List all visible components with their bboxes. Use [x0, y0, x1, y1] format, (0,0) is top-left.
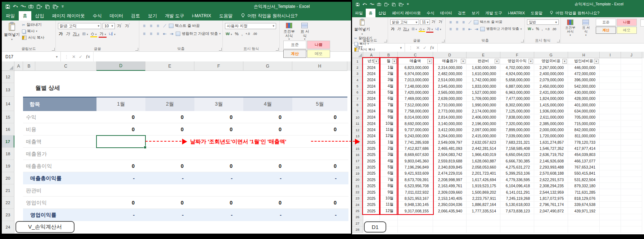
row-header-15[interactable]: 15: [2, 111, 14, 123]
cell-E23[interactable]: 2,223,757,911: [467, 196, 500, 202]
tell-me-box[interactable]: 어떤 작업을 원하시나요?: [545, 9, 604, 17]
name-box-dropdown-icon[interactable]: ▾: [400, 46, 402, 50]
row-header-13[interactable]: 13: [2, 83, 14, 97]
ribbon-tab-formulas[interactable]: 수식: [89, 11, 105, 20]
row-header-21[interactable]: 21: [352, 183, 363, 189]
cell-H26[interactable]: [568, 214, 600, 220]
cell-J11[interactable]: [621, 121, 642, 127]
cell-J10[interactable]: [621, 114, 642, 120]
duplicate-icon[interactable]: ▾: [398, 3, 404, 6]
cell-H19[interactable]: 0: [292, 160, 347, 172]
row-header-6[interactable]: 6: [352, 89, 363, 96]
cell-G24[interactable]: 2,796,761,174: [534, 202, 568, 208]
dialog-launcher-icon[interactable]: [52, 48, 55, 51]
cell-H23[interactable]: 818,129,076: [568, 196, 600, 202]
cell-E14[interactable]: 2,632,057,623: [467, 139, 500, 146]
cell-E23[interactable]: -: [145, 209, 194, 221]
ribbon-tab-formulas[interactable]: 수식: [424, 9, 437, 17]
cancel-entry-icon[interactable]: ✕: [416, 45, 420, 50]
column-header-C[interactable]: C: [35, 61, 96, 71]
redo-icon[interactable]: ↷▾: [370, 3, 374, 6]
row-header-19[interactable]: 19: [2, 160, 14, 172]
cell-F28[interactable]: [500, 226, 534, 233]
cell-G21[interactable]: 2,308,294,235: [534, 183, 568, 189]
row-header-5[interactable]: 5: [352, 83, 363, 89]
cell-E6[interactable]: 1,527,000,000: [467, 89, 500, 96]
column-header-D[interactable]: D: [96, 61, 145, 71]
cell-I14[interactable]: [600, 139, 621, 146]
cell-G20[interactable]: 2,622,291,573: [534, 177, 568, 183]
align-bottom-icon[interactable]: ≡: [155, 23, 161, 28]
table-header-month-3[interactable]: 3월: [194, 97, 243, 111]
cell-J24[interactable]: [621, 202, 642, 208]
number-format-select[interactable]: 일반▾: [527, 19, 559, 25]
align-left-icon[interactable]: ≡: [448, 27, 453, 32]
cell-J22[interactable]: [621, 189, 642, 195]
cell-J28[interactable]: [621, 226, 642, 233]
ribbon-tab-developer[interactable]: 개발 도구: [482, 9, 505, 17]
cell-G14[interactable]: 1,631,274,857: [534, 139, 568, 146]
ribbon-tab-help[interactable]: 도움말: [528, 9, 545, 17]
table-header-item[interactable]: 항목: [23, 97, 96, 111]
filter-header-4[interactable]: 판관비▼: [467, 58, 500, 64]
cell-G21[interactable]: [243, 184, 292, 197]
row-header-20[interactable]: 20: [352, 177, 363, 183]
cell-E4[interactable]: 1,742,000,000: [467, 77, 500, 83]
cell-J13[interactable]: [621, 133, 642, 139]
row-label-23[interactable]: 영업이익률: [23, 209, 96, 221]
row-header-1[interactable]: 1: [352, 58, 363, 64]
cell-E26[interactable]: [467, 214, 500, 220]
align-left-icon[interactable]: ≡: [141, 31, 147, 36]
column-header-A[interactable]: A: [14, 61, 23, 71]
cell-H8[interactable]: 401,000,000: [568, 102, 600, 108]
cell-F16[interactable]: 6,650,054,023: [500, 152, 534, 158]
column-header-G[interactable]: G: [534, 52, 568, 58]
enter-entry-icon[interactable]: ✓: [423, 45, 427, 50]
row-header-13[interactable]: 13: [352, 133, 363, 139]
cell-G23[interactable]: 1,817,072,975: [534, 196, 568, 202]
cell-E8[interactable]: 1,990,000,000: [467, 102, 500, 108]
cell-style-1[interactable]: 나쁨: [307, 41, 330, 49]
row-header-26[interactable]: 26: [352, 214, 363, 220]
row-header-25[interactable]: 25: [352, 208, 363, 214]
cell-G15[interactable]: 1,546,727,352: [534, 146, 568, 152]
cell-C26[interactable]: [398, 214, 433, 220]
row-header-23[interactable]: 23: [352, 196, 363, 202]
cancel-entry-icon[interactable]: ✕: [72, 54, 76, 59]
ribbon-tab-file[interactable]: 파일: [352, 9, 366, 17]
cell-D8[interactable]: 2,710,000,000: [433, 102, 467, 108]
cell-D12[interactable]: 3,412,000,000: [433, 127, 467, 133]
cell-F22[interactable]: 0: [194, 197, 243, 209]
cell-I18[interactable]: [600, 164, 621, 170]
cell-G6[interactable]: 2,431,000,000: [534, 89, 568, 96]
cell-D5[interactable]: 2,545,000,000: [433, 83, 467, 89]
cell-E16[interactable]: 1,966,430,019: [467, 152, 500, 158]
ribbon-tab-data[interactable]: 데이터: [437, 9, 455, 17]
row-header-10[interactable]: 10: [352, 114, 363, 120]
cell-J12[interactable]: [621, 127, 642, 133]
cell-F6[interactable]: 6,963,000,000: [500, 89, 534, 96]
dialog-launcher-icon[interactable]: [557, 40, 560, 42]
dialog-launcher-icon[interactable]: [442, 40, 445, 42]
cell-F23[interactable]: 7,245,119,268: [500, 196, 534, 202]
cell-G15[interactable]: 0: [243, 111, 292, 123]
cell-D17[interactable]: [96, 135, 145, 148]
align-bottom-icon[interactable]: ≡: [461, 20, 466, 25]
cell-C28[interactable]: [398, 226, 433, 233]
ribbon-tab-file[interactable]: 파일: [2, 11, 19, 20]
cell-J8[interactable]: [621, 102, 642, 108]
cell-I2[interactable]: [600, 64, 621, 70]
cell-I12[interactable]: [600, 127, 621, 133]
filter-dropdown-icon[interactable]: ▼: [594, 59, 599, 64]
cell-J18[interactable]: [621, 164, 642, 170]
cell-I10[interactable]: [600, 114, 621, 120]
ribbon-tab-page-layout[interactable]: 페이지 레이아웃: [389, 9, 424, 17]
wrap-text-button[interactable]: 텍스트 줄 바꿈: [474, 19, 502, 25]
increase-decimal-button[interactable]: +.0: [544, 27, 550, 31]
cell-D18[interactable]: 2,340,839,845: [433, 164, 467, 170]
cell-E22[interactable]: 0: [145, 197, 194, 209]
ribbon-tab-review[interactable]: 검토: [455, 9, 469, 17]
cell-F26[interactable]: [500, 214, 534, 220]
cell-H6[interactable]: 430,000,000: [568, 89, 600, 96]
row-label-21[interactable]: 판관비: [23, 184, 96, 197]
